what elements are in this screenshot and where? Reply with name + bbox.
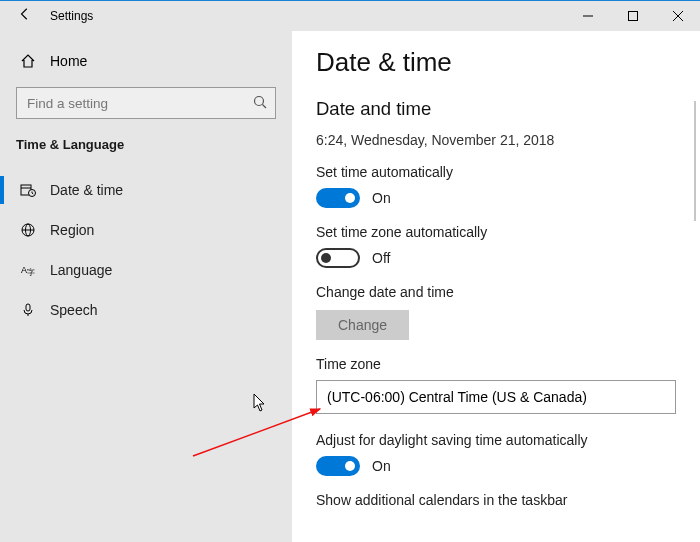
timezone-value: (UTC-06:00) Central Time (US & Canada) (327, 389, 587, 405)
sidebar-home-label: Home (50, 53, 87, 69)
window-title: Settings (50, 9, 93, 23)
change-dt-label: Change date and time (316, 284, 700, 300)
dst-toggle[interactable] (316, 456, 360, 476)
search-icon (252, 94, 268, 114)
calendar-clock-icon (20, 182, 36, 198)
auto-time-state: On (372, 190, 391, 206)
sidebar-home[interactable]: Home (0, 45, 292, 77)
svg-line-5 (263, 105, 267, 109)
timezone-label: Time zone (316, 356, 700, 372)
window-controls (565, 1, 700, 31)
microphone-icon (20, 302, 36, 318)
page-title: Date & time (316, 47, 700, 78)
titlebar-left: Settings (0, 7, 93, 25)
svg-rect-16 (26, 304, 30, 311)
change-button: Change (316, 310, 409, 340)
globe-icon (20, 222, 36, 238)
dst-label: Adjust for daylight saving time automati… (316, 432, 700, 448)
svg-point-4 (255, 97, 264, 106)
svg-rect-1 (628, 12, 637, 21)
auto-time-label: Set time automatically (316, 164, 700, 180)
sidebar-item-label: Date & time (50, 182, 123, 198)
sidebar: Home Time & Language Date & time Region (0, 31, 292, 542)
timezone-dropdown[interactable]: (UTC-06:00) Central Time (US & Canada) (316, 380, 676, 414)
auto-tz-toggle[interactable] (316, 248, 360, 268)
addl-calendars-label: Show additional calendars in the taskbar (316, 492, 700, 508)
auto-tz-label: Set time zone automatically (316, 224, 700, 240)
current-datetime: 6:24, Wednesday, November 21, 2018 (316, 132, 700, 148)
sidebar-item-language[interactable]: A字 Language (0, 250, 292, 290)
search-input[interactable] (16, 87, 276, 119)
sidebar-item-label: Region (50, 222, 94, 238)
sidebar-section: Time & Language (0, 135, 292, 152)
sidebar-item-region[interactable]: Region (0, 210, 292, 250)
home-icon (20, 53, 36, 69)
sidebar-item-label: Speech (50, 302, 97, 318)
sidebar-item-speech[interactable]: Speech (0, 290, 292, 330)
main-panel: Date & time Date and time 6:24, Wednesda… (292, 31, 700, 542)
nav-list: Date & time Region A字 Language Speech (0, 170, 292, 330)
language-icon: A字 (20, 262, 36, 278)
back-icon[interactable] (18, 7, 32, 25)
sidebar-item-label: Language (50, 262, 112, 278)
section-subtitle: Date and time (316, 98, 700, 120)
scrollbar[interactable] (694, 101, 696, 221)
dst-state: On (372, 458, 391, 474)
auto-time-toggle[interactable] (316, 188, 360, 208)
titlebar: Settings (0, 1, 700, 31)
close-button[interactable] (655, 1, 700, 31)
minimize-button[interactable] (565, 1, 610, 31)
sidebar-item-date-time[interactable]: Date & time (0, 170, 292, 210)
maximize-button[interactable] (610, 1, 655, 31)
search-container (16, 87, 276, 119)
auto-tz-state: Off (372, 250, 390, 266)
svg-text:字: 字 (27, 268, 35, 277)
